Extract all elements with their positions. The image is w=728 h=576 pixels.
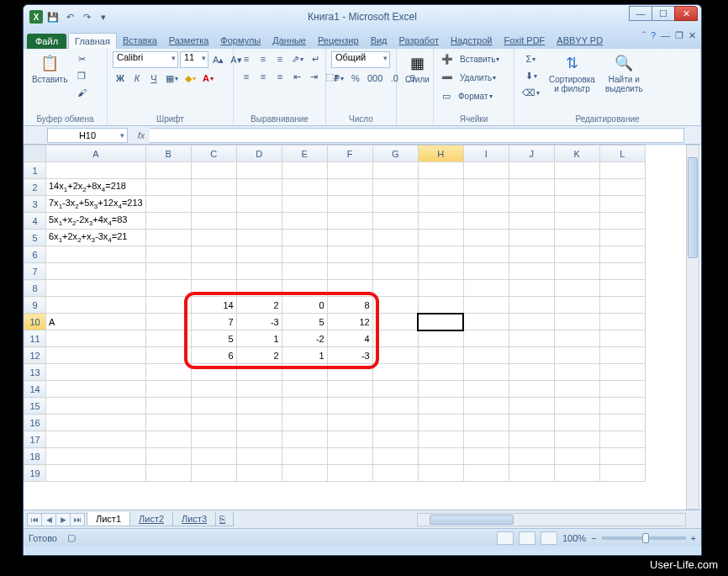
cell-K11[interactable] bbox=[554, 330, 599, 347]
cell-D16[interactable] bbox=[236, 415, 282, 431]
format-painter-icon[interactable]: 🖌 bbox=[74, 85, 89, 100]
doc-close-icon[interactable]: ✕ bbox=[688, 30, 696, 41]
cell-K10[interactable] bbox=[554, 314, 599, 330]
cell-I14[interactable] bbox=[463, 381, 509, 398]
cell-K15[interactable] bbox=[554, 398, 599, 415]
cell-H7[interactable] bbox=[418, 263, 463, 280]
worksheet-grid[interactable]: ABCDEFGHIJKL1214x1+2x2+8x4=21837x1-3x2+5… bbox=[24, 145, 701, 510]
cell-C8[interactable] bbox=[191, 280, 236, 297]
minimize-button[interactable]: — bbox=[629, 6, 652, 21]
cell-C14[interactable] bbox=[191, 381, 236, 398]
file-tab[interactable]: Файл bbox=[27, 34, 66, 49]
sheet-tab-0[interactable]: Лист1 bbox=[87, 512, 130, 526]
cell-B17[interactable] bbox=[145, 431, 191, 448]
cell-A6[interactable] bbox=[46, 246, 146, 263]
cell-I4[interactable] bbox=[463, 213, 509, 230]
cell-E19[interactable] bbox=[282, 465, 327, 482]
cell-C7[interactable] bbox=[191, 263, 236, 280]
cell-F18[interactable] bbox=[327, 448, 372, 465]
cell-H18[interactable] bbox=[418, 448, 463, 465]
cell-B12[interactable] bbox=[145, 347, 191, 364]
cell-K8[interactable] bbox=[554, 280, 599, 297]
undo-icon[interactable]: ↶ bbox=[62, 9, 77, 24]
row-header-9[interactable]: 9 bbox=[24, 297, 46, 314]
cell-B1[interactable] bbox=[145, 162, 191, 179]
cell-G11[interactable] bbox=[372, 330, 418, 347]
cell-A11[interactable] bbox=[46, 330, 146, 347]
cell-J3[interactable] bbox=[509, 196, 554, 213]
ribbon-tab-4[interactable]: Данные bbox=[266, 33, 312, 49]
cell-H19[interactable] bbox=[418, 465, 463, 482]
align-center-icon[interactable]: ≡ bbox=[256, 69, 271, 84]
styles-button[interactable]: ▦ Стили bbox=[402, 51, 433, 86]
cell-J17[interactable] bbox=[509, 431, 554, 448]
cell-H17[interactable] bbox=[418, 431, 463, 448]
doc-restore-icon[interactable]: ❐ bbox=[675, 30, 683, 41]
cell-A4[interactable]: 5x1+x2-2x3+4x4=83 bbox=[46, 213, 146, 230]
cell-I6[interactable] bbox=[463, 246, 509, 263]
cell-F9[interactable]: 8 bbox=[327, 297, 372, 314]
font-color-button[interactable]: A bbox=[200, 71, 216, 86]
orientation-icon[interactable]: ⇗ bbox=[289, 51, 306, 66]
cell-I13[interactable] bbox=[463, 364, 509, 381]
cell-H1[interactable] bbox=[418, 162, 463, 179]
cell-H2[interactable] bbox=[418, 179, 463, 196]
cell-I17[interactable] bbox=[463, 431, 509, 448]
cell-B3[interactable] bbox=[145, 196, 191, 213]
cell-D1[interactable] bbox=[236, 162, 282, 179]
cell-F19[interactable] bbox=[327, 465, 372, 482]
cell-F5[interactable] bbox=[327, 230, 372, 246]
cell-J1[interactable] bbox=[509, 162, 554, 179]
col-header-E[interactable]: E bbox=[282, 145, 327, 162]
cell-C1[interactable] bbox=[191, 162, 236, 179]
cell-B14[interactable] bbox=[145, 381, 191, 398]
cell-K1[interactable] bbox=[554, 162, 599, 179]
cell-G1[interactable] bbox=[372, 162, 418, 179]
cell-I5[interactable] bbox=[463, 230, 509, 246]
cell-E12[interactable]: 1 bbox=[282, 347, 327, 364]
zoom-slider[interactable] bbox=[602, 536, 686, 540]
zoom-in-button[interactable]: + bbox=[691, 533, 696, 543]
cell-A1[interactable] bbox=[46, 162, 146, 179]
cell-K19[interactable] bbox=[554, 465, 599, 482]
cell-J8[interactable] bbox=[509, 280, 554, 297]
cell-L17[interactable] bbox=[599, 431, 645, 448]
vertical-scrollbar[interactable] bbox=[686, 145, 699, 510]
cell-G4[interactable] bbox=[372, 213, 418, 230]
cell-B19[interactable] bbox=[145, 465, 191, 482]
cell-L12[interactable] bbox=[599, 347, 645, 364]
cell-D13[interactable] bbox=[236, 364, 282, 381]
cell-D2[interactable] bbox=[236, 179, 282, 196]
cell-G10[interactable] bbox=[372, 314, 418, 330]
cell-K14[interactable] bbox=[554, 381, 599, 398]
cell-G17[interactable] bbox=[372, 431, 418, 448]
col-header-J[interactable]: J bbox=[509, 145, 554, 162]
col-header-C[interactable]: C bbox=[191, 145, 236, 162]
cell-J7[interactable] bbox=[509, 263, 554, 280]
cell-K9[interactable] bbox=[554, 297, 599, 314]
cell-G18[interactable] bbox=[372, 448, 418, 465]
cell-L6[interactable] bbox=[599, 246, 645, 263]
col-header-I[interactable]: I bbox=[463, 145, 509, 162]
row-header-15[interactable]: 15 bbox=[24, 398, 46, 415]
cell-J19[interactable] bbox=[509, 465, 554, 482]
zoom-out-button[interactable]: − bbox=[591, 533, 596, 543]
ribbon-tab-5[interactable]: Рецензир bbox=[312, 33, 365, 49]
cell-F11[interactable]: 4 bbox=[327, 330, 372, 347]
cell-D11[interactable]: 1 bbox=[236, 330, 282, 347]
cell-B4[interactable] bbox=[145, 213, 191, 230]
cell-E4[interactable] bbox=[282, 213, 327, 230]
col-header-F[interactable]: F bbox=[327, 145, 372, 162]
help-icon[interactable]: ? bbox=[651, 30, 656, 41]
ribbon-tab-10[interactable]: ABBYY PD bbox=[551, 33, 609, 49]
cell-H16[interactable] bbox=[418, 415, 463, 431]
cell-D7[interactable] bbox=[236, 263, 282, 280]
align-bottom-icon[interactable]: ≡ bbox=[272, 51, 288, 66]
italic-button[interactable]: К bbox=[129, 71, 145, 86]
cell-C6[interactable] bbox=[191, 246, 236, 263]
cell-L11[interactable] bbox=[599, 330, 645, 347]
cell-C5[interactable] bbox=[191, 230, 236, 246]
cell-C13[interactable] bbox=[191, 364, 236, 381]
cell-I18[interactable] bbox=[463, 448, 509, 465]
cell-A13[interactable] bbox=[46, 364, 146, 381]
